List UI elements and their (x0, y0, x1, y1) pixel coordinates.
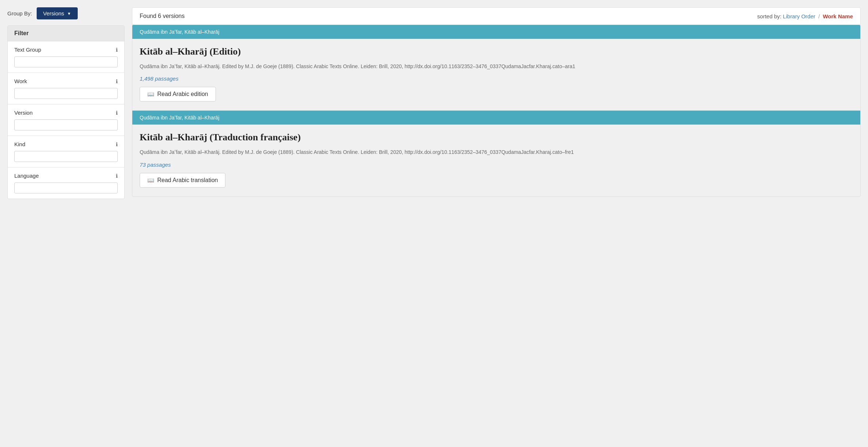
filter-kind-label: Kind (14, 141, 25, 147)
results-header: Found 6 versions sorted by: Library Orde… (132, 7, 861, 25)
found-count: Found 6 versions (140, 13, 185, 19)
sidebar: Group By: Versions ▼ Filter Text Group ℹ… (7, 7, 125, 440)
kind-input[interactable] (14, 151, 118, 162)
filter-section-language: Language ℹ (8, 167, 124, 199)
read-arabic-edition-button[interactable]: 📖 Read Arabic edition (140, 87, 216, 101)
version-card-1: Qudāma ibn Jaʿfar, Kitāb al–Kharāj Kitāb… (132, 25, 860, 110)
filter-version-label: Version (14, 110, 33, 116)
version-input[interactable] (14, 119, 118, 130)
results-wrapper: Qudāma ibn Jaʿfar, Kitāb al–Kharāj Kitāb… (132, 25, 861, 197)
filter-section-work: Work ℹ (8, 73, 124, 104)
group-by-row: Group By: Versions ▼ (7, 7, 125, 19)
filter-version-header: Version ℹ (14, 110, 118, 116)
passages-count-1[interactable]: 1,498 passages (140, 75, 853, 82)
filter-kind-header: Kind ℹ (14, 141, 118, 147)
book-icon-2: 📖 (147, 177, 154, 184)
card-body-1: Kitāb al–Kharāj (Editio) Qudāma ibn Jaʿf… (132, 39, 860, 110)
filter-language-header: Language ℹ (14, 173, 118, 179)
read-arabic-edition-label: Read Arabic edition (157, 91, 208, 97)
language-input[interactable] (14, 182, 118, 193)
group-by-label: Group By: (7, 10, 32, 16)
filter-work-header: Work ℹ (14, 78, 118, 84)
filter-section-kind: Kind ℹ (8, 136, 124, 167)
card-body-2: Kitāb al–Kharāj (Traduction française) Q… (132, 125, 860, 196)
filter-header: Filter (8, 26, 124, 41)
versions-btn-label: Versions (43, 10, 65, 16)
filter-work-label: Work (14, 78, 27, 84)
sort-work-name-active[interactable]: Work Name (823, 13, 853, 19)
card-header-text-2: Qudāma ibn Jaʿfar, Kitāb al–Kharāj (140, 115, 219, 121)
filter-section-text-group: Text Group ℹ (8, 41, 124, 73)
card-header-1: Qudāma ibn Jaʿfar, Kitāb al–Kharāj (132, 25, 860, 39)
filter-section-version: Version ℹ (8, 104, 124, 136)
text-group-input[interactable] (14, 56, 118, 67)
main-content: Found 6 versions sorted by: Library Orde… (132, 7, 861, 440)
filter-panel: Filter Text Group ℹ Work ℹ Version ℹ (7, 25, 125, 199)
card-title-1: Kitāb al–Kharāj (Editio) (140, 46, 853, 57)
work-input[interactable] (14, 88, 118, 99)
kind-info-icon[interactable]: ℹ (116, 141, 118, 147)
card-citation-2: Qudāma ibn Jaʿfar, Kitāb al–Kharāj. Edit… (140, 148, 853, 156)
filter-text-group-label: Text Group (14, 47, 41, 53)
filter-text-group-header: Text Group ℹ (14, 47, 118, 53)
card-header-2: Qudāma ibn Jaʿfar, Kitāb al–Kharāj (132, 111, 860, 125)
passages-count-2[interactable]: 73 passages (140, 162, 853, 168)
sort-library-order-link[interactable]: Library Order (783, 13, 815, 19)
dropdown-arrow-icon: ▼ (67, 11, 71, 16)
filter-language-label: Language (14, 173, 39, 179)
book-icon-1: 📖 (147, 91, 154, 97)
text-group-info-icon[interactable]: ℹ (116, 47, 118, 53)
read-arabic-translation-button[interactable]: 📖 Read Arabic translation (140, 173, 225, 188)
sorted-by-label: sorted by: (757, 13, 781, 19)
work-info-icon[interactable]: ℹ (116, 78, 118, 84)
version-info-icon[interactable]: ℹ (116, 110, 118, 116)
versions-button[interactable]: Versions ▼ (37, 7, 78, 19)
version-card-2: Qudāma ibn Jaʿfar, Kitāb al–Kharāj Kitāb… (132, 110, 860, 196)
card-header-text-1: Qudāma ibn Jaʿfar, Kitāb al–Kharāj (140, 29, 219, 35)
language-info-icon[interactable]: ℹ (116, 173, 118, 179)
card-title-2: Kitāb al–Kharāj (Traduction française) (140, 132, 853, 143)
read-arabic-translation-label: Read Arabic translation (157, 177, 218, 184)
card-citation-1: Qudāma ibn Jaʿfar, Kitāb al–Kharāj. Edit… (140, 62, 853, 70)
sort-by-row: sorted by: Library Order / Work Name (757, 13, 853, 19)
sort-separator: / (818, 13, 820, 19)
